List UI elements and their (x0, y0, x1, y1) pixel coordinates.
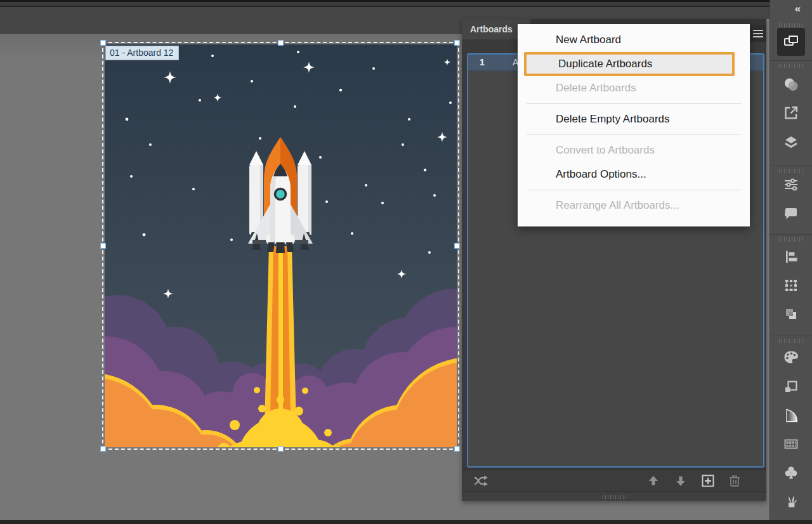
artboard-rocket-illustration[interactable] (105, 44, 457, 447)
dock-properties-button[interactable] (777, 171, 805, 199)
menu-item-convert-to-artboards: Convert to Artboards (518, 138, 750, 162)
dock-graphic-styles-button[interactable] (777, 373, 805, 401)
artboard-row-index: 1 (480, 57, 485, 67)
arrow-down-icon (675, 475, 686, 487)
trash-icon (729, 475, 740, 487)
move-down-button[interactable] (672, 473, 690, 489)
menu-item-new-artboard[interactable]: New Artboard (518, 28, 750, 52)
symbols-club-icon (782, 464, 800, 481)
transparency-icon (782, 75, 800, 93)
dock-divider (770, 234, 812, 235)
menu-item-duplicate-artboards[interactable]: Duplicate Artboards (524, 52, 735, 76)
align-icon (782, 248, 800, 266)
pathfinder-icon (782, 305, 800, 323)
dock-group-grip[interactable] (779, 237, 804, 242)
panel-resize-grip (603, 495, 627, 499)
space-shuttle (248, 137, 313, 253)
artboards-icon (782, 33, 800, 51)
dock-symbols-button[interactable] (777, 459, 805, 487)
transform-icon (782, 277, 800, 294)
menu-separator (527, 190, 741, 190)
new-artboard-button[interactable] (699, 473, 717, 489)
dock-group-grip[interactable] (779, 23, 804, 27)
collapse-dock-button[interactable]: « (787, 3, 809, 16)
menu-item-artboard-options[interactable]: Artboard Options... (518, 162, 750, 187)
selection-handle-ne[interactable] (454, 40, 460, 46)
dock-transparency-button[interactable] (777, 70, 805, 98)
gradient-icon (782, 407, 800, 424)
sliders-icon (782, 176, 800, 193)
move-up-button[interactable] (645, 473, 662, 489)
rearrange-icon (473, 475, 488, 487)
selection-handle-se[interactable] (454, 446, 460, 452)
window-bottom-edge (0, 520, 812, 524)
menu-separator (527, 134, 741, 135)
dock-export-button[interactable] (777, 99, 805, 127)
selection-handle-n[interactable] (278, 40, 284, 46)
menu-item-delete-empty-artboards[interactable]: Delete Empty Artboards (518, 107, 750, 131)
layers-icon (782, 133, 800, 151)
selection-handle-e[interactable] (454, 243, 460, 249)
dock-layers-button[interactable] (777, 128, 805, 156)
plus-square-icon (702, 475, 714, 487)
panel-resize-strip[interactable] (462, 492, 766, 501)
menu-separator (527, 103, 741, 104)
selection-handle-w[interactable] (100, 243, 106, 249)
selection-handle-nw[interactable] (100, 40, 106, 46)
rearrange-artboards-button[interactable] (472, 473, 490, 489)
dock-brushes-button[interactable] (777, 487, 805, 515)
delete-artboard-button[interactable] (726, 473, 743, 489)
selection-handle-sw[interactable] (100, 446, 106, 452)
dock-comments-button[interactable] (777, 200, 805, 228)
dock-divider (770, 336, 812, 336)
dock-transform-button[interactable] (777, 272, 805, 299)
dock-color-button[interactable] (777, 343, 805, 371)
dock-group-grip[interactable] (779, 63, 804, 68)
dock-divider (770, 166, 812, 166)
hamburger-icon (753, 30, 763, 37)
selection-handle-s[interactable] (278, 446, 284, 452)
arrow-up-icon (648, 475, 659, 487)
graphic-styles-icon (782, 378, 800, 396)
export-icon (782, 104, 800, 122)
panel-footer (462, 469, 766, 491)
color-palette-icon (782, 348, 800, 366)
brushes-icon (782, 492, 800, 510)
panel-flyout-menu-button[interactable] (750, 25, 766, 42)
artboard-name-tag[interactable]: 01 - Artboard 12 (105, 46, 179, 60)
panel-icon-dock: « (769, 0, 812, 520)
dock-divider (770, 60, 812, 61)
dock-align-button[interactable] (777, 243, 805, 271)
dock-group-grip[interactable] (779, 339, 804, 343)
swatches-grid-icon (782, 435, 800, 453)
dock-gradient-button[interactable] (777, 402, 805, 429)
menu-item-rearrange-all-artboards: Rearrange All Artboards... (518, 193, 750, 218)
artboards-context-menu: New Artboard Duplicate Artboards Delete … (518, 24, 750, 226)
rocket-launch-artwork (105, 44, 457, 447)
dock-pathfinder-button[interactable] (777, 300, 805, 328)
comment-bubble-icon (782, 205, 800, 223)
dock-artboards-button[interactable] (777, 28, 805, 56)
menu-item-delete-artboards: Delete Artboards (518, 76, 750, 100)
dock-swatches-button[interactable] (777, 430, 805, 458)
